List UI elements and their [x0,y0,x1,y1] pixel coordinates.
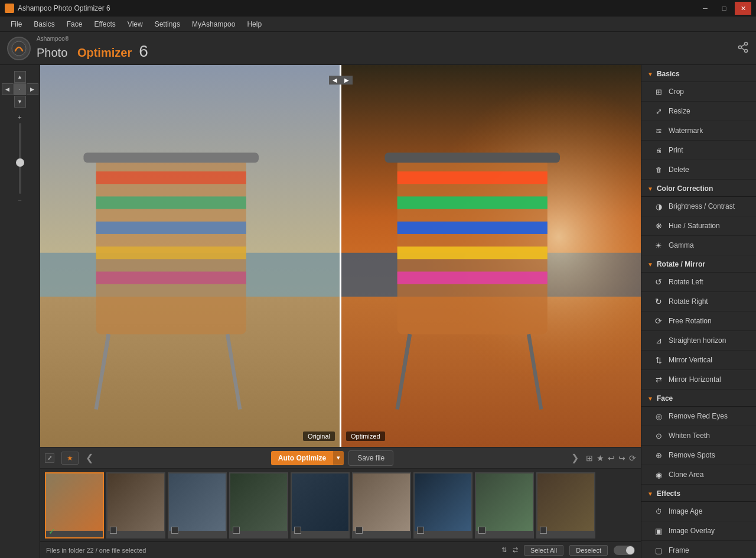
auto-optimize-button[interactable]: Auto Optimize [271,451,333,465]
next-thumb-button[interactable]: ❯ [569,452,581,463]
panel-item-resize[interactable]: Resize [641,102,756,121]
section-header-basics[interactable]: ▼Basics [641,65,756,82]
pan-down-button[interactable]: ▼ [14,96,26,108]
star-button[interactable]: ★ [61,452,79,465]
menu-file[interactable]: File [5,18,28,31]
section-header-color-correction[interactable]: ▼Color Correction [641,180,756,197]
thumbnail-item-0[interactable]: ✓ [45,472,104,538]
auto-optimize-dropdown[interactable]: ▾ [333,451,344,465]
panel-item-free-rotation[interactable]: Free Rotation [641,312,756,331]
close-button[interactable]: ✕ [735,2,751,15]
menu-help[interactable]: Help [241,18,268,31]
panel-item-image-age[interactable]: Image Age [641,502,756,521]
expand-icon[interactable]: ⤢ [45,453,54,463]
svg-rect-11 [96,196,246,209]
save-file-button[interactable]: Save file [348,450,393,466]
svg-line-4 [741,44,745,47]
panel-item-watermark[interactable]: Watermark [641,121,756,141]
overlay-icon [653,525,664,536]
minimize-button[interactable]: ─ [697,2,713,15]
pan-up-button[interactable]: ▲ [14,71,26,83]
zoom-minus-label[interactable]: − [18,196,21,203]
panel-item-label-print: Print [669,146,683,154]
red-eyes-icon [653,411,664,421]
panel-item-print[interactable]: Print [641,141,756,160]
thumbnail-item-6[interactable] [413,472,472,538]
panel-item-label-mirror-vertical: Mirror Vertical [669,356,712,364]
menu-basics[interactable]: Basics [28,18,60,31]
status-toggle[interactable] [614,546,635,555]
zoom-slider: + − [18,113,21,203]
zoom-track[interactable] [19,123,21,194]
hue-icon [653,220,664,231]
thumb-icon-4[interactable]: ↪ [618,453,625,463]
section-header-effects[interactable]: ▼Effects [641,485,756,502]
panel-item-brightness-contrast[interactable]: Brightness / Contrast [641,197,756,216]
rotate-right-icon [653,296,664,307]
pan-left-button[interactable]: ◀ [2,83,14,95]
panel-item-label-crop: Crop [669,87,684,96]
deselect-button[interactable]: Deselect [569,545,608,556]
panel-item-remove-spots[interactable]: Remove Spots [641,446,756,465]
pan-center-button[interactable]: · [14,83,26,95]
panel-item-straighten-horizon[interactable]: Straighten horizon [641,331,756,351]
maximize-button[interactable]: □ [716,2,732,15]
panel-item-delete[interactable]: Delete [641,160,756,180]
menu-face[interactable]: Face [61,18,89,31]
thumbnail-bar: ⤢ ★ ❮ Auto Optimize ▾ Save file ❯ ⊞ ★ ↩ … [40,447,641,541]
thumbnail-item-4[interactable] [291,472,350,538]
thumbnail-item-7[interactable] [475,472,534,538]
menubar: File Basics Face Effects View Settings M… [0,17,756,32]
panel-item-mirror-horizontal[interactable]: Mirror Horizontal [641,370,756,390]
thumb-icon-3[interactable]: ↩ [608,453,615,463]
zoom-plus-label[interactable]: + [18,113,21,121]
panel-item-whiten-teeth[interactable]: Whiten Teeth [641,426,756,446]
thumbnail-item-5[interactable] [352,472,411,538]
canvas-area: ◀ ▶ [40,65,641,447]
panel-item-gamma[interactable]: Gamma [641,236,756,255]
thumb-icon-2[interactable]: ★ [597,453,604,463]
teeth-icon [653,430,664,441]
thumbnail-item-3[interactable] [229,472,288,538]
image-container: Original [40,65,641,447]
menu-myashampoo[interactable]: MyAshampoo [186,18,241,31]
clone-icon [653,469,664,480]
panel-item-crop[interactable]: Crop [641,82,756,102]
panel-item-hue-saturation[interactable]: Hue / Saturation [641,216,756,236]
panel-item-mirror-vertical[interactable]: Mirror Vertical [641,351,756,370]
thumbnail-item-8[interactable] [536,472,595,538]
section-label-effects: Effects [657,489,680,498]
section-header-face[interactable]: ▼Face [641,390,756,407]
rotate-left-icon [653,277,664,287]
panel-item-label-gamma: Gamma [669,241,694,249]
title-text: Ashampoo Photo Optimizer 6 [18,4,110,12]
resize-icon [653,106,664,116]
sort-icon[interactable]: ⇅ [501,546,507,554]
section-label-color-correction: Color Correction [657,184,713,193]
share-icon[interactable] [737,41,749,56]
brand-sub: Ashampoo® [37,35,148,42]
panel-item-rotate-right[interactable]: Rotate Right [641,292,756,312]
pan-right-button[interactable]: ▶ [27,83,38,95]
swap-icon[interactable]: ⇄ [513,546,518,554]
prev-thumb-button[interactable]: ❮ [83,452,96,463]
zoom-thumb[interactable] [16,158,24,167]
panel-item-frame[interactable]: Frame [641,541,756,558]
split-right-arrow[interactable]: ▶ [341,76,353,85]
thumb-icon-1[interactable]: ⊞ [586,453,593,463]
menu-view[interactable]: View [122,18,149,31]
brand-word1: Photo Optimizer [37,46,132,60]
panel-item-clone-area[interactable]: Clone Area [641,465,756,485]
panel-item-remove-red-eyes[interactable]: Remove Red Eyes [641,407,756,426]
split-left-arrow[interactable]: ◀ [329,76,341,85]
thumbnail-item-1[interactable] [106,472,165,538]
panel-item-image-overlay[interactable]: Image Overlay [641,521,756,541]
menu-settings[interactable]: Settings [149,18,186,31]
left-panel: ▲ ◀ · ▶ ▼ + − [0,65,40,558]
panel-item-rotate-left[interactable]: Rotate Left [641,272,756,292]
select-all-button[interactable]: Select All [524,545,563,556]
thumbnail-item-2[interactable] [168,472,227,538]
thumb-icon-5[interactable]: ⟳ [629,453,636,463]
menu-effects[interactable]: Effects [88,18,121,31]
section-header-rotate-mirror[interactable]: ▼Rotate / Mirror [641,255,756,272]
